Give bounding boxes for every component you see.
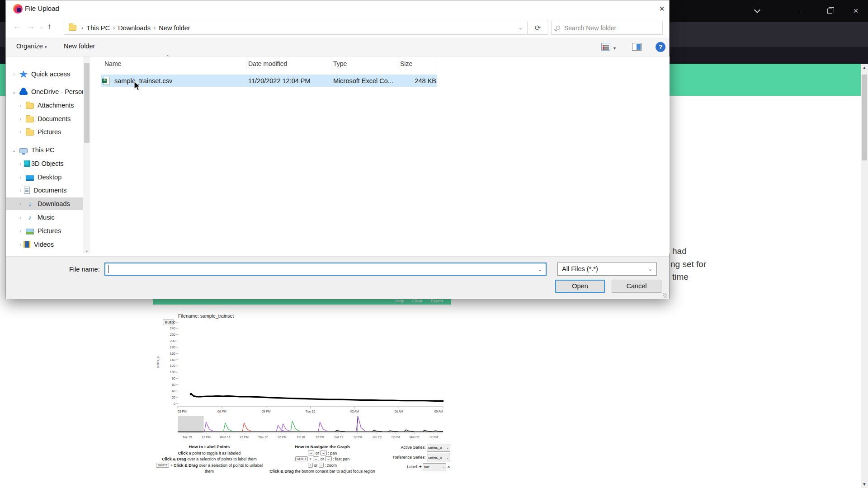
sidebar-item-desktop[interactable]: ›Desktop [6, 171, 86, 183]
remove-label-button[interactable]: ✕ [446, 465, 450, 469]
breadcrumb-segment[interactable]: Downloads [116, 24, 152, 32]
breadcrumb-separator: › [112, 24, 116, 31]
add-label-button[interactable]: + [419, 465, 423, 469]
up-button[interactable]: ↑ [47, 22, 52, 31]
expander-chevron-icon[interactable]: › [18, 188, 23, 193]
dialog-toolbar: Organize ▾ New folder ▾ ? [6, 38, 669, 56]
dialog-title: File Upload [25, 5, 59, 12]
view-mode-caret-icon[interactable]: ▾ [613, 46, 616, 51]
breadcrumb-segment[interactable]: This PC [85, 24, 112, 32]
scroll-up-icon[interactable]: ▲ [861, 64, 868, 71]
organize-button[interactable]: Organize ▾ [16, 42, 47, 50]
address-dropdown-icon[interactable]: ⌄ [519, 25, 523, 31]
column-header-name[interactable]: Name [104, 60, 121, 67]
preview-pane-button[interactable] [632, 43, 642, 51]
sidebar-scrollbar-thumb[interactable] [84, 63, 90, 143]
file-name-dropdown-icon[interactable]: ⌄ [538, 267, 542, 272]
expander-chevron-icon[interactable]: › [18, 103, 23, 108]
sidebar-item-music[interactable]: ›♪Music [6, 211, 86, 224]
expander-chevron-icon[interactable]: › [18, 174, 23, 180]
breadcrumb-separator: › [152, 24, 157, 31]
sidebar-item-pictures[interactable]: ›Pictures [6, 225, 86, 237]
series-select[interactable]: series_a⌄ [427, 454, 450, 462]
sidebar-item-3d-objects[interactable]: ›3D Objects [6, 157, 86, 170]
file-row[interactable]: sample_trainset.csv11/20/2022 12:04 PMMi… [101, 75, 437, 87]
view-mode-button[interactable] [601, 43, 610, 51]
breadcrumb-segment[interactable]: New folder [157, 24, 192, 32]
dialog-help-button[interactable]: ? [656, 42, 665, 52]
sidebar-item-label: Downloads [38, 200, 70, 207]
sidebar-scrollbar[interactable]: ⌄ [83, 56, 90, 253]
cancel-button[interactable]: Cancel [612, 280, 661, 293]
sort-ascending-icon: ⌃ [165, 54, 170, 60]
expander-chevron-icon[interactable]: ⌄ [11, 148, 17, 153]
svg-text:12 PM: 12 PM [202, 436, 211, 439]
svg-text:06 AM: 06 AM [395, 410, 404, 413]
scrollbar-thumb[interactable] [862, 75, 867, 160]
dialog-title-bar[interactable]: File Upload × [6, 0, 669, 18]
open-button[interactable]: Open [555, 280, 605, 293]
expander-chevron-icon[interactable]: › [18, 129, 23, 135]
forward-button[interactable]: → [27, 22, 35, 31]
column-header-date-modified[interactable]: Date modified [248, 60, 287, 67]
labeler-panel: HelpClearExport Filename: sample_trainse… [153, 296, 451, 488]
sidebar-item-videos[interactable]: ›Videos [6, 238, 86, 251]
minimize-button[interactable]: — [793, 5, 814, 17]
sidebar-item-onedrive-person[interactable]: ⌄OneDrive - Person [6, 85, 86, 98]
address-breadcrumb-bar[interactable]: ›This PC›Downloads›New folder⌄ [64, 21, 528, 35]
back-button[interactable]: ← [13, 22, 21, 31]
file-name-input[interactable]: ⌄ [104, 263, 547, 276]
expander-chevron-icon[interactable]: › [18, 116, 23, 122]
series-select[interactable]: series_a⌄ [427, 444, 450, 452]
scroll-down-icon[interactable]: ▼ [861, 480, 868, 488]
expander-chevron-icon[interactable]: ⌄ [11, 89, 17, 94]
dialog-close-button[interactable]: × [656, 3, 668, 15]
svg-text:12 PM: 12 PM [391, 436, 400, 439]
close-window-button[interactable]: × [845, 5, 866, 17]
series-control-row: Label: + bar⌄ ✕ [379, 463, 450, 471]
svg-text:160: 160 [170, 352, 175, 356]
instructions: How to Label PointsClick a point to togg… [153, 444, 451, 475]
sidebar-item-documents[interactable]: ›Documents [6, 184, 86, 197]
sidebar-item-label: Attachments [38, 102, 74, 109]
column-header-type[interactable]: Type [333, 60, 347, 67]
svg-text:series_a: series_a [156, 357, 160, 369]
file-type-select[interactable]: All Files (*.*) ⌄ [557, 263, 657, 276]
resize-grip[interactable] [663, 293, 667, 298]
new-folder-button[interactable]: New folder [64, 42, 95, 50]
expander-chevron-icon[interactable]: › [18, 242, 23, 247]
svg-text:Wed 16: Wed 16 [220, 436, 231, 439]
sidebar-item-this-pc[interactable]: ⌄This PC [6, 144, 86, 156]
sidebar-item-documents[interactable]: ›Documents [6, 113, 86, 125]
sidebar-item-label: Quick access [31, 70, 70, 78]
search-input[interactable]: Search New folder [551, 21, 663, 35]
column-separator [246, 57, 246, 70]
history-dropdown-icon[interactable]: ⌄ [39, 24, 43, 30]
timeseries-chart[interactable]: 020406080100120140160180200220240260seri… [153, 305, 451, 444]
page-scrollbar[interactable]: ▲ ▼ [861, 64, 868, 488]
expander-chevron-icon[interactable]: › [18, 201, 23, 206]
sidebar-item-downloads[interactable]: ›↓Downloads [6, 197, 86, 210]
text-caret [108, 265, 108, 273]
restore-button[interactable] [819, 5, 840, 17]
control-label: Reference Series: [393, 455, 427, 460]
sidebar-item-quick-access[interactable]: ›Quick access [6, 68, 86, 80]
sidebar-item-label: Pictures [38, 128, 61, 136]
expander-chevron-icon[interactable]: › [18, 215, 23, 220]
sidebar-item-attachments[interactable]: ›Attachments [6, 99, 86, 112]
svg-text:Thu 17: Thu 17 [258, 436, 268, 439]
desktop-icon [26, 175, 34, 181]
expander-chevron-icon[interactable]: › [11, 71, 17, 77]
svg-text:100: 100 [170, 370, 175, 374]
folder-icon [26, 117, 34, 122]
series-select[interactable]: bar⌄ [423, 463, 446, 471]
column-header-size[interactable]: Size [400, 60, 412, 67]
svg-text:240: 240 [170, 326, 175, 330]
sidebar-item-pictures[interactable]: ›Pictures [6, 126, 86, 138]
expander-chevron-icon[interactable]: › [18, 161, 23, 166]
refresh-button[interactable]: ⟳ [527, 21, 548, 35]
expander-chevron-icon[interactable]: › [18, 228, 23, 234]
tab-list-chevron-icon[interactable] [747, 5, 768, 17]
sidebar-scroll-down-icon[interactable]: ⌄ [83, 248, 90, 253]
svg-text:Mon 21: Mon 21 [410, 436, 420, 439]
